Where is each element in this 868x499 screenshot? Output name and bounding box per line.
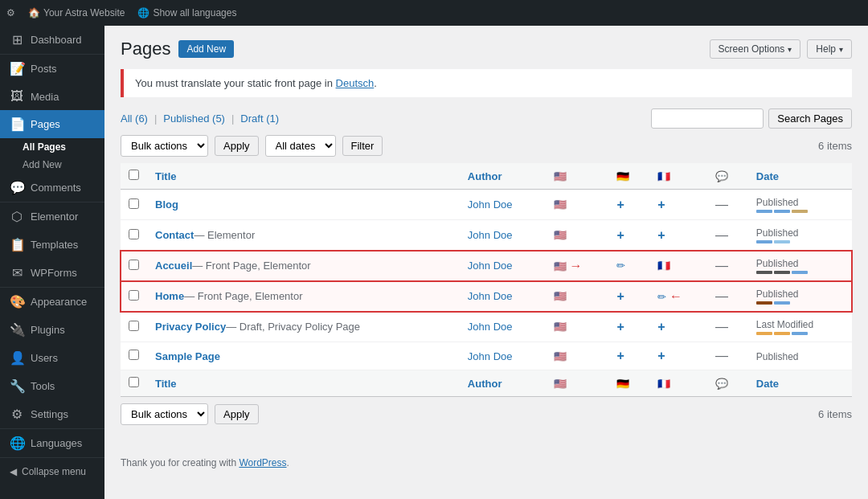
collapse-menu-button[interactable]: ◀ Collapse menu bbox=[0, 457, 104, 485]
sidebar-label-media: Media bbox=[31, 91, 59, 103]
page-subtitle: — Front Page, Elementor bbox=[192, 260, 310, 272]
sidebar-item-comments[interactable]: 💬 Comments bbox=[0, 174, 104, 202]
sidebar-item-elementor[interactable]: ⬡ Elementor bbox=[0, 202, 104, 231]
th-date[interactable]: Date bbox=[748, 163, 852, 190]
dates-select[interactable]: All dates bbox=[265, 135, 336, 157]
select-all-footer-checkbox[interactable] bbox=[129, 377, 139, 387]
tfoot-title[interactable]: Title bbox=[147, 370, 460, 397]
author-link[interactable]: John Doe bbox=[468, 198, 513, 211]
help-button[interactable]: Help ▾ bbox=[807, 39, 852, 59]
plus-icon-fr[interactable]: + bbox=[657, 198, 665, 211]
plus-icon-de[interactable]: + bbox=[616, 349, 624, 362]
sidebar-item-dashboard[interactable]: ⊞ Dashboard bbox=[0, 26, 104, 54]
sidebar-item-appearance[interactable]: 🎨 Appearance bbox=[0, 288, 104, 316]
sidebar-label-appearance: Appearance bbox=[31, 296, 87, 308]
sidebar-item-pages[interactable]: 📄 Pages bbox=[0, 110, 104, 138]
plus-icon-fr[interactable]: + bbox=[657, 349, 665, 362]
home-icon: 🏠 bbox=[28, 7, 40, 18]
search-pages-button[interactable]: Search Pages bbox=[768, 108, 852, 129]
row-checkbox[interactable] bbox=[129, 290, 139, 301]
page-title-link[interactable]: Accueil bbox=[155, 260, 192, 272]
th-title[interactable]: Title bbox=[147, 163, 460, 190]
filter-all-link[interactable]: All (6) bbox=[121, 112, 148, 125]
sidebar-sub-add-new[interactable]: Add New bbox=[0, 156, 104, 174]
apply-button-bottom[interactable]: Apply bbox=[215, 404, 259, 424]
row-checkbox[interactable] bbox=[129, 229, 139, 239]
minus-icon[interactable]: — bbox=[715, 259, 728, 272]
author-link[interactable]: John Doe bbox=[468, 260, 513, 272]
sidebar-item-plugins[interactable]: 🔌 Plugins bbox=[0, 316, 104, 344]
sidebar-sub-all-pages[interactable]: All Pages bbox=[0, 138, 104, 156]
plus-icon-de[interactable]: + bbox=[616, 289, 624, 303]
plus-icon-de[interactable]: + bbox=[616, 198, 624, 211]
sidebar-label-comments: Comments bbox=[31, 182, 81, 194]
page-title-link[interactable]: Privacy Policy bbox=[155, 321, 226, 333]
color-bar bbox=[774, 271, 790, 274]
sidebar-item-media[interactable]: 🖼 Media bbox=[0, 83, 104, 110]
page-title-link[interactable]: Sample Page bbox=[155, 350, 220, 362]
screen-options-label: Screen Options bbox=[719, 43, 785, 55]
sidebar-label-plugins: Plugins bbox=[31, 324, 65, 336]
plus-icon-de[interactable]: + bbox=[616, 228, 624, 242]
sidebar-item-templates[interactable]: 📋 Templates bbox=[0, 231, 104, 259]
author-link[interactable]: John Doe bbox=[468, 290, 513, 302]
search-input[interactable] bbox=[651, 108, 764, 129]
screen-options-button[interactable]: Screen Options ▾ bbox=[710, 39, 801, 59]
filter-published-link[interactable]: Published (5) bbox=[163, 112, 225, 125]
plus-icon-fr[interactable]: + bbox=[657, 228, 665, 242]
pages-table: Title Author 🇺🇸 🇩🇪 🇫🇷 💬 Date BlogJohn Do… bbox=[121, 163, 852, 397]
wp-logo-item[interactable]: ⚙ bbox=[6, 7, 15, 18]
alert-link[interactable]: Deutsch bbox=[336, 77, 375, 89]
minus-icon[interactable]: — bbox=[715, 320, 728, 333]
row-checkbox[interactable] bbox=[129, 198, 139, 209]
color-bar bbox=[756, 210, 772, 213]
minus-icon[interactable]: — bbox=[715, 228, 728, 242]
us-flag: 🇺🇸 bbox=[554, 229, 567, 241]
row-checkbox[interactable] bbox=[129, 350, 139, 360]
templates-icon: 📋 bbox=[10, 237, 24, 252]
plus-icon-fr[interactable]: + bbox=[657, 320, 665, 333]
filter-button[interactable]: Filter bbox=[342, 136, 383, 156]
sidebar-item-users[interactable]: 👤 Users bbox=[0, 344, 104, 372]
filter-draft-link[interactable]: Draft (1) bbox=[240, 112, 279, 125]
site-name-item[interactable]: 🏠 Your Astra Website bbox=[28, 7, 125, 18]
status-text: Published bbox=[756, 197, 799, 208]
row-checkbox[interactable] bbox=[129, 260, 139, 270]
tfoot-flags-de: 🇩🇪 bbox=[608, 370, 649, 397]
bulk-actions-select-top[interactable]: Bulk actions bbox=[121, 135, 208, 157]
action-bar-bottom: Bulk actions Apply 6 items bbox=[121, 403, 852, 425]
plugins-icon: 🔌 bbox=[10, 322, 24, 337]
sidebar-item-tools[interactable]: 🔧 Tools bbox=[0, 372, 104, 400]
bulk-actions-select-bottom[interactable]: Bulk actions bbox=[121, 403, 208, 425]
color-bars bbox=[756, 240, 844, 243]
minus-icon[interactable]: — bbox=[715, 289, 728, 303]
author-link[interactable]: John Doe bbox=[468, 321, 513, 333]
show-all-languages-item[interactable]: 🌐 Show all languages bbox=[137, 7, 236, 18]
edit-icon[interactable]: ✏ bbox=[616, 260, 625, 272]
sidebar-item-wpforms[interactable]: ✉ WPForms bbox=[0, 259, 104, 287]
author-link[interactable]: John Doe bbox=[468, 229, 513, 241]
sidebar-item-settings[interactable]: ⚙ Settings bbox=[0, 400, 104, 428]
sidebar-item-posts[interactable]: 📝 Posts bbox=[0, 55, 104, 83]
page-title-link[interactable]: Home bbox=[155, 290, 184, 302]
page-subtitle: — Draft, Privacy Policy Page bbox=[226, 321, 360, 333]
users-icon: 👤 bbox=[10, 350, 24, 366]
page-title-area: Pages Add New bbox=[121, 39, 234, 59]
edit-icon-fr[interactable]: ✏ bbox=[657, 291, 666, 303]
author-link[interactable]: John Doe bbox=[468, 350, 513, 362]
wp-link[interactable]: WordPress bbox=[239, 457, 286, 468]
minus-icon[interactable]: — bbox=[715, 349, 728, 362]
status-text: Published bbox=[756, 258, 799, 269]
sidebar-item-languages[interactable]: 🌐 Languages bbox=[0, 429, 104, 457]
apply-button-top[interactable]: Apply bbox=[215, 136, 259, 156]
select-all-checkbox[interactable] bbox=[129, 170, 139, 180]
plus-icon-de[interactable]: + bbox=[616, 320, 624, 333]
us-flag: 🇺🇸 bbox=[554, 350, 567, 362]
row-checkbox[interactable] bbox=[129, 321, 139, 331]
minus-icon[interactable]: — bbox=[715, 198, 728, 211]
page-title-link[interactable]: Contact bbox=[155, 229, 194, 241]
add-new-button[interactable]: Add New bbox=[178, 40, 234, 58]
search-area: Search Pages bbox=[651, 108, 852, 129]
page-title-link[interactable]: Blog bbox=[155, 198, 178, 211]
tfoot-flags-fr: 🇫🇷 bbox=[649, 370, 707, 397]
